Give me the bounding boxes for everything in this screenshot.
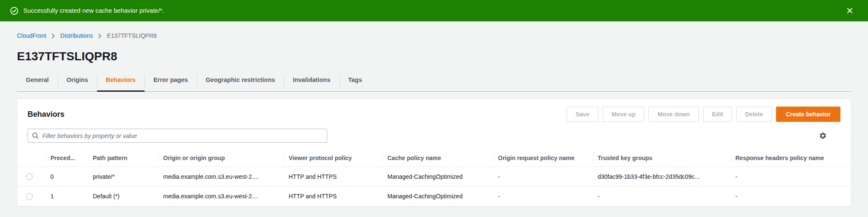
gear-icon[interactable] <box>818 131 828 141</box>
tab-behaviors[interactable]: Behaviors <box>97 70 145 91</box>
delete-button[interactable]: Delete <box>736 107 772 122</box>
save-button[interactable]: Save <box>567 107 598 122</box>
cell-viewer-protocol: HTTP and HTTPS <box>284 167 383 186</box>
cell-origin: media.example.com.s3.eu-west-2.... <box>159 167 284 186</box>
filter-search-box <box>28 129 327 143</box>
column-header-origin-request-policy[interactable]: Origin request policy name <box>494 149 593 167</box>
cell-response-headers-policy: - <box>731 186 851 206</box>
cell-cache-policy: Managed-CachingOptimized <box>383 186 494 206</box>
behaviors-table: Preced... Path pattern Origin or origin … <box>17 149 851 206</box>
tab-general[interactable]: General <box>17 70 58 91</box>
behaviors-panel: Behaviors Save Move up Move down Edit De… <box>17 99 851 206</box>
tab-tags[interactable]: Tags <box>339 70 371 91</box>
breadcrumb-distributions[interactable]: Distributions <box>60 32 93 39</box>
column-header-path-pattern[interactable]: Path pattern <box>89 149 159 167</box>
tab-origins[interactable]: Origins <box>58 70 97 91</box>
column-header-cache-policy[interactable]: Cache policy name <box>383 149 494 167</box>
table-header-row: Preced... Path pattern Origin or origin … <box>17 149 851 167</box>
cell-path-pattern: Default (*) <box>89 186 159 206</box>
column-header-select <box>17 149 46 167</box>
tab-invalidations[interactable]: Invalidations <box>284 70 339 91</box>
cell-origin-request-policy: - <box>494 167 593 186</box>
panel-title: Behaviors <box>28 110 64 119</box>
chevron-right-icon <box>97 33 103 39</box>
cell-response-headers-policy: - <box>731 167 851 186</box>
close-icon[interactable] <box>844 5 855 16</box>
cell-precedence: 1 <box>46 186 89 206</box>
flash-message: Successfully created new cache behavior … <box>23 7 164 14</box>
move-down-button[interactable]: Move down <box>648 107 698 122</box>
cell-viewer-protocol: HTTP and HTTPS <box>284 186 383 206</box>
table-row: 1 Default (*) media.example.com.s3.eu-we… <box>17 186 851 206</box>
tab-bar: General Origins Behaviors Error pages Ge… <box>17 70 851 92</box>
panel-actions: Save Move up Move down Edit Delete Creat… <box>567 107 840 122</box>
column-header-origin[interactable]: Origin or origin group <box>159 149 284 167</box>
cell-trusted-key-groups: d30fac99-1b33-4f3e-bfcc-2d35dc09c... <box>593 167 731 186</box>
column-header-trusted-key-groups[interactable]: Trusted key groups <box>593 149 731 167</box>
check-circle-icon <box>10 7 18 15</box>
breadcrumb: CloudFront Distributions E137TFTSLIQPR8 <box>17 21 851 39</box>
tab-error-pages[interactable]: Error pages <box>145 70 197 91</box>
row-radio-button[interactable] <box>26 173 33 180</box>
edit-button[interactable]: Edit <box>703 107 732 122</box>
cell-path-pattern: private/* <box>89 167 159 186</box>
page-title: E137TFTSLIQPR8 <box>17 49 851 64</box>
panel-header: Behaviors Save Move up Move down Edit De… <box>17 99 851 124</box>
row-radio-button[interactable] <box>26 193 33 200</box>
cell-cache-policy: Managed-CachingOptimized <box>383 167 494 186</box>
column-header-response-headers-policy[interactable]: Response headers policy name <box>731 149 851 167</box>
column-header-precedence[interactable]: Preced... <box>46 149 89 167</box>
chevron-right-icon <box>50 33 56 39</box>
cell-origin: media.example.com.s3.eu-west-2.... <box>159 186 284 206</box>
success-flashbar: Successfully created new cache behavior … <box>0 0 868 21</box>
cell-origin-request-policy: - <box>494 186 593 206</box>
filter-row <box>17 124 851 149</box>
filter-input[interactable] <box>28 129 327 143</box>
cell-trusted-key-groups: - <box>593 186 731 206</box>
column-header-viewer-protocol[interactable]: Viewer protocol policy <box>284 149 383 167</box>
table-row: 0 private/* media.example.com.s3.eu-west… <box>17 167 851 186</box>
move-up-button[interactable]: Move up <box>603 107 645 122</box>
cell-precedence: 0 <box>46 167 89 186</box>
breadcrumb-current: E137TFTSLIQPR8 <box>107 32 157 39</box>
tab-geographic-restrictions[interactable]: Geographic restrictions <box>197 70 284 91</box>
main-content: CloudFront Distributions E137TFTSLIQPR8 … <box>0 21 868 206</box>
create-behavior-button[interactable]: Create behavior <box>776 107 840 122</box>
breadcrumb-cloudfront[interactable]: CloudFront <box>17 32 46 39</box>
